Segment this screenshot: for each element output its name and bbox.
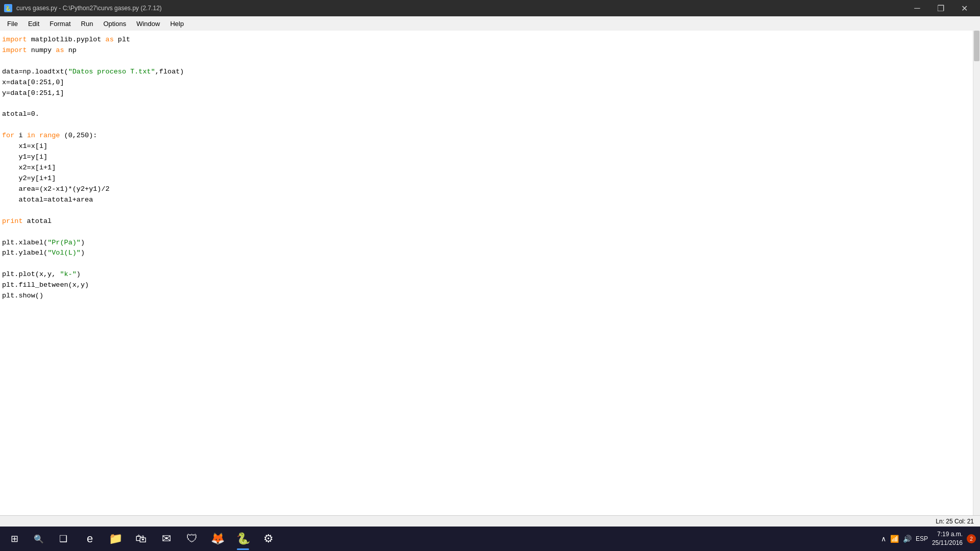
language-indicator[interactable]: ESP [916, 535, 928, 542]
code-line-19 [2, 227, 976, 238]
code-line-3 [2, 56, 976, 67]
scrollbar-thumb[interactable] [974, 31, 979, 61]
menu-item-help[interactable]: Help [165, 16, 189, 31]
code-content: import matplotlib.pyplot as pltimport nu… [2, 35, 976, 302]
taskbar-icon-edge[interactable]: e [78, 527, 102, 551]
restore-button[interactable]: ❐ [929, 0, 952, 16]
code-line-17 [2, 206, 976, 216]
code-line-18: print atotal [2, 216, 976, 227]
taskbar-icon-store[interactable]: 🛍 [129, 527, 153, 551]
code-line-1: import matplotlib.pyplot as plt [2, 35, 976, 45]
menu-item-format[interactable]: Format [44, 16, 76, 31]
code-line-8: atotal=0. [2, 109, 976, 120]
menu-item-edit[interactable]: Edit [23, 16, 44, 31]
code-line-21: plt.ylabel("Vol(L)") [2, 248, 976, 259]
code-line-9 [2, 120, 976, 131]
start-button[interactable]: ⊞ [2, 527, 27, 551]
chevron-icon[interactable]: ∧ [881, 535, 886, 543]
app-icon: 🐍 [4, 4, 12, 12]
code-editor[interactable]: import matplotlib.pyplot as pltimport nu… [0, 31, 980, 515]
code-line-16: atotal=atotal+area [2, 195, 976, 206]
code-line-6: y=data[0:251,1] [2, 88, 976, 99]
code-line-14: y2=y[i+1] [2, 173, 976, 184]
code-line-15: area=(x2-x1)*(y2+y1)/2 [2, 184, 976, 195]
search-button[interactable]: 🔍 [27, 527, 51, 551]
window-title: curvs gases.py - C:\Python27\curvs gases… [16, 5, 162, 12]
titlebar-controls: ─ ❐ ✕ [905, 0, 976, 16]
code-line-13: x2=x[i+1] [2, 163, 976, 173]
taskbar: ⊞ 🔍 ❑ e📁🛍✉🛡🦊🐍⚙ ∧ 📶 🔊 ESP 7:19 a.m. 25/11… [0, 527, 980, 551]
minimize-button[interactable]: ─ [905, 0, 929, 16]
menu-bar: FileEditFormatRunOptionsWindowHelp [0, 16, 980, 31]
taskbar-icon-explorer[interactable]: 📁 [103, 527, 128, 551]
taskbar-icon-python[interactable]: 🐍 [231, 527, 255, 551]
code-line-22 [2, 259, 976, 269]
code-line-25: plt.show() [2, 291, 976, 302]
code-line-11: x1=x[i] [2, 141, 976, 152]
code-line-2: import numpy as np [2, 45, 976, 56]
taskbar-right: ∧ 📶 🔊 ESP 7:19 a.m. 25/11/2016 2 [881, 530, 980, 547]
task-view-icon: ❑ [59, 533, 67, 544]
close-button[interactable]: ✕ [952, 0, 976, 16]
code-line-20: plt.xlabel("Pr(Pa)") [2, 238, 976, 248]
taskbar-icons: e📁🛍✉🛡🦊🐍⚙ [78, 527, 281, 551]
code-line-24: plt.fill_between(x,y) [2, 280, 976, 291]
task-view-button[interactable]: ❑ [51, 527, 76, 551]
time: 7:19 a.m. [932, 530, 963, 539]
title-bar: 🐍 curvs gases.py - C:\Python27\curvs gas… [0, 0, 980, 16]
vertical-scrollbar[interactable] [973, 31, 980, 515]
taskbar-icon-settings[interactable]: ⚙ [256, 527, 281, 551]
menu-item-file[interactable]: File [2, 16, 23, 31]
taskbar-icon-mail[interactable]: ✉ [154, 527, 179, 551]
code-line-23: plt.plot(x,y, "k-") [2, 269, 976, 280]
network-icon[interactable]: 📶 [890, 535, 899, 543]
status-bar: Ln: 25 Col: 21 [0, 515, 980, 527]
taskbar-icon-firefox[interactable]: 🦊 [205, 527, 230, 551]
titlebar-left: 🐍 curvs gases.py - C:\Python27\curvs gas… [4, 4, 162, 12]
code-line-7 [2, 99, 976, 110]
date: 25/11/2016 [932, 539, 963, 547]
cursor-position: Ln: 25 Col: 21 [936, 518, 974, 525]
code-line-10: for i in range (0,250): [2, 131, 976, 141]
code-line-5: x=data[0:251,0] [2, 78, 976, 88]
taskbar-left: ⊞ 🔍 ❑ [0, 527, 76, 551]
start-icon: ⊞ [11, 533, 18, 544]
code-line-12: y1=y[i] [2, 152, 976, 163]
menu-item-run[interactable]: Run [76, 16, 99, 31]
menu-item-options[interactable]: Options [98, 16, 131, 31]
taskbar-icon-mcafee[interactable]: 🛡 [180, 527, 204, 551]
volume-icon[interactable]: 🔊 [903, 535, 912, 543]
code-line-4: data=np.loadtxt("Datos proceso T.txt",fl… [2, 67, 976, 78]
search-icon: 🔍 [34, 534, 44, 544]
menu-item-window[interactable]: Window [131, 16, 165, 31]
notification-badge[interactable]: 2 [967, 534, 976, 543]
clock[interactable]: 7:19 a.m. 25/11/2016 [932, 530, 963, 547]
